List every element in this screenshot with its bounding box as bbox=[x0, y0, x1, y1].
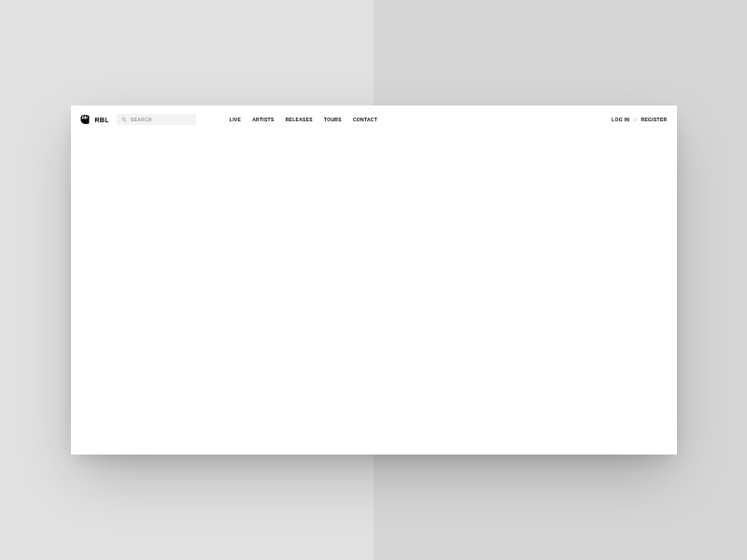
search-icon bbox=[121, 117, 127, 122]
svg-rect-1 bbox=[82, 117, 83, 119]
header-bar: RBL LIVE ARTISTS RELEASES TOURS CONTACT … bbox=[71, 105, 677, 133]
nav-releases[interactable]: RELEASES bbox=[286, 117, 313, 122]
nav-contact[interactable]: CONTACT bbox=[353, 117, 377, 122]
main-nav: LIVE ARTISTS RELEASES TOURS CONTACT bbox=[230, 117, 377, 122]
svg-rect-3 bbox=[85, 116, 86, 119]
brand-logo[interactable]: RBL bbox=[80, 114, 109, 125]
auth-separator: or bbox=[633, 118, 637, 122]
fist-icon bbox=[80, 114, 92, 125]
svg-rect-4 bbox=[86, 117, 87, 119]
nav-live[interactable]: LIVE bbox=[230, 117, 241, 122]
nav-tours[interactable]: TOURS bbox=[324, 117, 342, 122]
svg-rect-5 bbox=[81, 119, 88, 123]
svg-rect-2 bbox=[83, 116, 84, 119]
brand-name: RBL bbox=[95, 117, 109, 123]
app-window: RBL LIVE ARTISTS RELEASES TOURS CONTACT … bbox=[71, 105, 677, 455]
search-input[interactable] bbox=[131, 117, 191, 122]
svg-line-7 bbox=[125, 120, 127, 122]
auth-links: LOG IN or REGISTER bbox=[612, 117, 667, 122]
svg-point-6 bbox=[122, 118, 125, 120]
register-link[interactable]: REGISTER bbox=[641, 117, 668, 122]
search-box[interactable] bbox=[117, 114, 196, 125]
login-link[interactable]: LOG IN bbox=[612, 117, 629, 122]
nav-artists[interactable]: ARTISTS bbox=[252, 117, 275, 122]
